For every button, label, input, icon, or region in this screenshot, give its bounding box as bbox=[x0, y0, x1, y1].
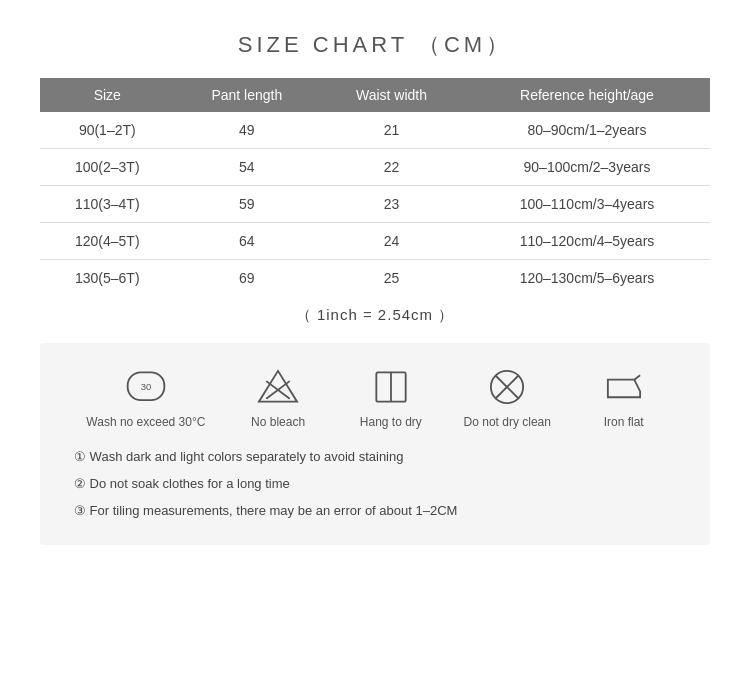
table-row: 90(1–2T)492180–90cm/1–2years bbox=[40, 112, 710, 149]
table-cell: 59 bbox=[175, 186, 320, 223]
iron-flat-icon bbox=[602, 365, 646, 409]
table-cell: 110(3–4T) bbox=[40, 186, 175, 223]
size-chart-table: SizePant lengthWaist widthReference heig… bbox=[40, 78, 710, 296]
care-note: ① Wash dark and light colors separately … bbox=[74, 447, 676, 468]
care-icon-hang-dry: Hang to dry bbox=[351, 365, 431, 429]
table-header: Waist width bbox=[319, 78, 464, 112]
no-dry-clean-label: Do not dry clean bbox=[464, 415, 551, 429]
care-icons-row: 30 Wash no exceed 30°C No bleach bbox=[70, 365, 680, 429]
care-section: 30 Wash no exceed 30°C No bleach bbox=[40, 343, 710, 545]
page-title: SIZE CHART （CM） bbox=[40, 30, 710, 60]
table-cell: 23 bbox=[319, 186, 464, 223]
svg-line-11 bbox=[634, 375, 640, 379]
inch-note: （ 1inch = 2.54cm ） bbox=[40, 306, 710, 325]
care-notes: ① Wash dark and light colors separately … bbox=[70, 447, 680, 521]
table-cell: 49 bbox=[175, 112, 320, 149]
care-note: ② Do not soak clothes for a long time bbox=[74, 474, 676, 495]
table-cell: 100–110cm/3–4years bbox=[464, 186, 710, 223]
table-cell: 21 bbox=[319, 112, 464, 149]
care-note: ③ For tiling measurements, there may be … bbox=[74, 501, 676, 522]
care-icon-wash: 30 Wash no exceed 30°C bbox=[86, 365, 205, 429]
wash-30-label: Wash no exceed 30°C bbox=[86, 415, 205, 429]
table-cell: 120–130cm/5–6years bbox=[464, 260, 710, 297]
table-cell: 22 bbox=[319, 149, 464, 186]
table-cell: 90(1–2T) bbox=[40, 112, 175, 149]
no-bleach-label: No bleach bbox=[251, 415, 305, 429]
svg-text:30: 30 bbox=[141, 381, 152, 392]
no-bleach-icon bbox=[256, 365, 300, 409]
care-icon-no-bleach: No bleach bbox=[238, 365, 318, 429]
table-cell: 54 bbox=[175, 149, 320, 186]
table-cell: 69 bbox=[175, 260, 320, 297]
page-wrapper: SIZE CHART （CM） SizePant lengthWaist wid… bbox=[0, 0, 750, 575]
hang-dry-icon bbox=[369, 365, 413, 409]
iron-flat-label: Iron flat bbox=[604, 415, 644, 429]
table-cell: 24 bbox=[319, 223, 464, 260]
table-cell: 90–100cm/2–3years bbox=[464, 149, 710, 186]
table-row: 130(5–6T)6925120–130cm/5–6years bbox=[40, 260, 710, 297]
table-header: Pant length bbox=[175, 78, 320, 112]
care-icon-no-dry-clean: Do not dry clean bbox=[464, 365, 551, 429]
table-cell: 120(4–5T) bbox=[40, 223, 175, 260]
table-cell: 80–90cm/1–2years bbox=[464, 112, 710, 149]
table-header: Reference height/age bbox=[464, 78, 710, 112]
table-row: 110(3–4T)5923100–110cm/3–4years bbox=[40, 186, 710, 223]
svg-marker-10 bbox=[608, 380, 640, 398]
hang-dry-label: Hang to dry bbox=[360, 415, 422, 429]
table-cell: 110–120cm/4–5years bbox=[464, 223, 710, 260]
svg-marker-2 bbox=[259, 371, 297, 402]
wash-30-icon: 30 bbox=[124, 365, 168, 409]
table-cell: 130(5–6T) bbox=[40, 260, 175, 297]
table-cell: 64 bbox=[175, 223, 320, 260]
table-cell: 100(2–3T) bbox=[40, 149, 175, 186]
table-cell: 25 bbox=[319, 260, 464, 297]
table-row: 100(2–3T)542290–100cm/2–3years bbox=[40, 149, 710, 186]
no-dry-clean-icon bbox=[485, 365, 529, 409]
care-icon-iron-flat: Iron flat bbox=[584, 365, 664, 429]
table-header-row: SizePant lengthWaist widthReference heig… bbox=[40, 78, 710, 112]
table-row: 120(4–5T)6424110–120cm/4–5years bbox=[40, 223, 710, 260]
table-header: Size bbox=[40, 78, 175, 112]
